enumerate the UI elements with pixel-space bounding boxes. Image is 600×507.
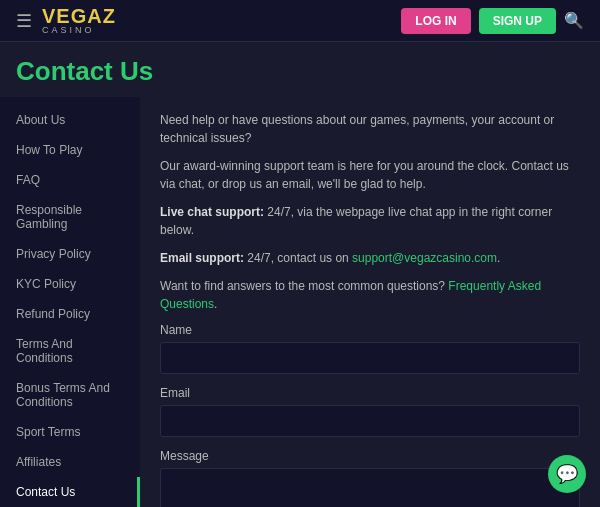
main-layout: About Us How To Play FAQ Responsible Gam…	[0, 97, 600, 507]
live-chat-label: Live chat support:	[160, 205, 264, 219]
search-icon[interactable]: 🔍	[564, 11, 584, 30]
sidebar-item-contact[interactable]: Contact Us	[0, 477, 140, 507]
page-title: Contact Us	[16, 56, 584, 87]
live-chat-info: Live chat support: 24/7, via the webpage…	[160, 203, 580, 239]
chat-bubble-icon: 💬	[556, 463, 578, 485]
header-right: LOG IN SIGN UP 🔍	[401, 8, 584, 34]
page-title-bar: Contact Us	[0, 42, 600, 97]
content-area: Need help or have questions about our ga…	[140, 97, 600, 507]
name-field-group: Name	[160, 323, 580, 374]
message-label: Message	[160, 449, 580, 463]
sidebar-item-sport-terms[interactable]: Sport Terms	[0, 417, 140, 447]
sidebar-item-privacy-policy[interactable]: Privacy Policy	[0, 239, 140, 269]
hamburger-icon[interactable]: ☰	[16, 10, 32, 32]
logo: VEGAZ casino	[42, 6, 116, 35]
sidebar-item-terms[interactable]: Terms And Conditions	[0, 329, 140, 373]
signup-button[interactable]: SIGN UP	[479, 8, 556, 34]
email-support-label: Email support:	[160, 251, 244, 265]
sidebar: About Us How To Play FAQ Responsible Gam…	[0, 97, 140, 507]
name-label: Name	[160, 323, 580, 337]
email-field-group: Email	[160, 386, 580, 437]
header-left: ☰ VEGAZ casino	[16, 6, 116, 35]
header: ☰ VEGAZ casino LOG IN SIGN UP 🔍	[0, 0, 600, 42]
sidebar-item-faq[interactable]: FAQ	[0, 165, 140, 195]
sidebar-item-how-to-play[interactable]: How To Play	[0, 135, 140, 165]
message-input[interactable]	[160, 468, 580, 507]
email-label: Email	[160, 386, 580, 400]
login-button[interactable]: LOG IN	[401, 8, 470, 34]
message-field-group: Message	[160, 449, 580, 507]
logo-casino: casino	[42, 26, 116, 35]
chat-bubble-button[interactable]: 💬	[548, 455, 586, 493]
faq-text: Want to find answers to the most common …	[160, 279, 448, 293]
intro-para1: Need help or have questions about our ga…	[160, 111, 580, 147]
email-info: Email support: 24/7, contact us on suppo…	[160, 249, 580, 267]
email-link[interactable]: support@vegazcasino.com	[352, 251, 497, 265]
email-input[interactable]	[160, 405, 580, 437]
email-support-text: 24/7, contact us on	[244, 251, 352, 265]
name-input[interactable]	[160, 342, 580, 374]
sidebar-item-about[interactable]: About Us	[0, 105, 140, 135]
sidebar-item-responsible-gambling[interactable]: Responsible Gambling	[0, 195, 140, 239]
sidebar-item-refund-policy[interactable]: Refund Policy	[0, 299, 140, 329]
intro-para2: Our award-winning support team is here f…	[160, 157, 580, 193]
sidebar-item-bonus-terms[interactable]: Bonus Terms And Conditions	[0, 373, 140, 417]
logo-vegaz: VEGAZ	[42, 6, 116, 26]
sidebar-item-kyc-policy[interactable]: KYC Policy	[0, 269, 140, 299]
faq-info: Want to find answers to the most common …	[160, 277, 580, 313]
sidebar-item-affiliates[interactable]: Affiliates	[0, 447, 140, 477]
